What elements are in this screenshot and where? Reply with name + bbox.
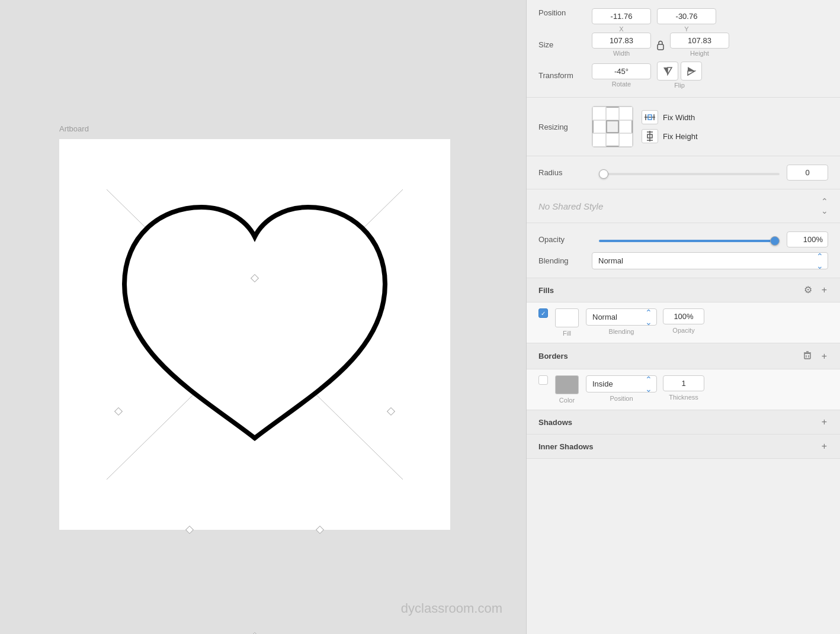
border-color-col: Color	[555, 375, 579, 404]
shadows-section-header: Shadows +	[527, 410, 840, 435]
radius-section: Radius	[527, 156, 840, 189]
border-thickness-input[interactable]	[663, 375, 704, 391]
rotate-label: Rotate	[612, 81, 631, 88]
resizing-cell-9[interactable]	[619, 133, 633, 147]
shared-style-chevron-icon[interactable]: ⌃⌄	[821, 197, 828, 215]
fix-height-option[interactable]: Fix Height	[642, 129, 698, 143]
lock-icon[interactable]	[655, 39, 666, 51]
opacity-slider[interactable]	[599, 240, 780, 242]
fix-width-icon	[642, 110, 658, 124]
watermark: dyclassroom.com	[401, 601, 502, 616]
fills-gear-button[interactable]: ⚙	[803, 285, 813, 295]
transform-fields: Rotate	[592, 62, 702, 89]
fill-blending-select[interactable]: Normal	[586, 308, 657, 326]
resizing-cell-1[interactable]	[592, 107, 606, 120]
resizing-label: Resizing	[538, 123, 592, 131]
border-thickness-col: Thickness	[663, 375, 704, 401]
resizing-cell-3[interactable]	[619, 107, 633, 120]
border-color-swatch[interactable]	[555, 375, 579, 394]
blending-select-wrapper: Normal Darken Multiply ⌃⌄	[592, 252, 828, 269]
width-label: Width	[613, 50, 630, 57]
border-checkbox[interactable]	[538, 375, 548, 385]
shadows-title: Shadows	[538, 418, 572, 427]
flip-horizontal-button[interactable]	[657, 62, 678, 81]
opacity-slider-container	[599, 235, 780, 244]
size-label: Size	[538, 40, 592, 49]
inner-shadows-title: Inner Shadows	[538, 442, 593, 451]
svg-marker-4	[668, 67, 672, 75]
fills-row: ✓ Fill Normal ⌃⌄ Blending Opacity	[527, 302, 840, 343]
borders-delete-button[interactable]	[801, 350, 813, 362]
resizing-grid-widget[interactable]	[592, 106, 633, 147]
radius-slider[interactable]	[599, 173, 780, 175]
position-x-input[interactable]	[592, 8, 651, 24]
handle-bottom-right[interactable]	[316, 526, 324, 534]
rotate-input[interactable]	[592, 63, 651, 79]
fills-section-header: Fills ⚙ +	[527, 278, 840, 302]
resizing-cell-5[interactable]	[606, 120, 620, 134]
svg-marker-5	[688, 67, 695, 71]
fill-color-col: Fill	[555, 308, 579, 337]
shadows-actions: +	[820, 417, 828, 427]
resizing-cell-4[interactable]	[592, 120, 606, 134]
fills-actions: ⚙ +	[803, 285, 828, 295]
x-field-group: X	[592, 8, 651, 33]
size-row: Size Width Height	[538, 33, 828, 57]
opacity-label: Opacity	[538, 235, 592, 244]
resizing-section: Resizing	[527, 98, 840, 156]
height-label: Height	[690, 50, 709, 57]
size-fields: Width Height	[592, 33, 729, 57]
x-label: X	[619, 25, 623, 33]
fill-color-swatch[interactable]	[555, 308, 579, 327]
heart-svg	[107, 189, 403, 479]
borders-section-header: Borders +	[527, 343, 840, 369]
heart-path[interactable]	[124, 207, 385, 438]
shadows-add-button[interactable]: +	[820, 417, 828, 427]
resizing-row: Resizing	[538, 106, 828, 147]
handle-bottom-left[interactable]	[185, 526, 194, 534]
heart-container	[59, 139, 450, 530]
rotate-group: Rotate	[592, 63, 651, 88]
radius-row: Radius	[538, 165, 828, 181]
inner-shadows-add-button[interactable]: +	[820, 442, 828, 451]
size-height-input[interactable]	[670, 33, 729, 49]
resizing-cell-2[interactable]	[606, 107, 620, 120]
svg-marker-6	[688, 71, 695, 75]
opacity-blending-section: Opacity Blending Normal Darken Multiply …	[527, 223, 840, 278]
blending-label: Blending	[538, 256, 592, 265]
fix-width-option[interactable]: Fix Width	[642, 110, 698, 124]
borders-add-button[interactable]: +	[820, 350, 828, 362]
flip-vertical-button[interactable]	[681, 62, 702, 81]
resizing-cell-7[interactable]	[592, 133, 606, 147]
position-fields: X Y	[592, 8, 716, 33]
border-thickness-label: Thickness	[669, 394, 698, 401]
resizing-cell-6[interactable]	[619, 120, 633, 134]
fill-blending-label: Blending	[609, 328, 634, 335]
position-row: Position X Y	[538, 8, 828, 33]
opacity-input[interactable]	[787, 231, 828, 247]
borders-actions: +	[801, 350, 828, 362]
border-position-label: Position	[610, 395, 633, 402]
border-color-label: Color	[559, 397, 575, 404]
resizing-cell-8[interactable]	[606, 133, 620, 147]
position-size-section: Position X Y Size Width	[527, 0, 840, 98]
position-label: Position	[538, 8, 592, 17]
blending-select[interactable]: Normal Darken Multiply	[592, 252, 828, 269]
border-position-select[interactable]: Inside Center Outside	[586, 375, 657, 392]
radius-label: Radius	[538, 168, 592, 177]
blending-row: Blending Normal Darken Multiply ⌃⌄	[538, 252, 828, 269]
radius-input[interactable]	[787, 165, 828, 181]
borders-title: Borders	[538, 352, 568, 361]
fix-height-icon	[642, 129, 658, 143]
fills-add-button[interactable]: +	[820, 285, 828, 295]
position-y-input[interactable]	[657, 8, 716, 24]
size-width-input[interactable]	[592, 33, 651, 49]
shared-style-dropdown[interactable]: No Shared Style	[538, 201, 821, 211]
fill-checkbox-group: ✓	[538, 308, 548, 318]
inner-shadows-section-header: Inner Shadows +	[527, 435, 840, 459]
canvas: Artboard dyclassroom.com	[0, 0, 526, 634]
fill-checkbox[interactable]: ✓	[538, 308, 548, 318]
y-field-group: Y	[657, 8, 716, 33]
fill-opacity-input[interactable]	[663, 308, 704, 324]
artboard-label: Artboard	[59, 124, 89, 133]
